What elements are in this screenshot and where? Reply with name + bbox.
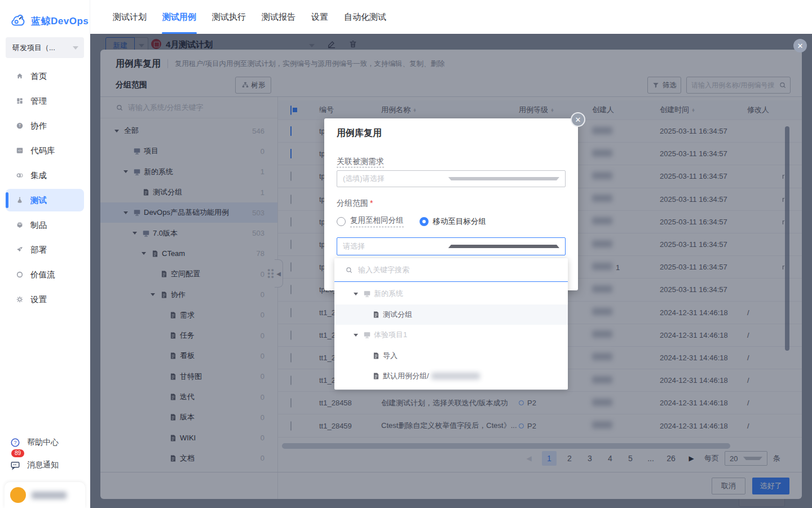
dropdown-node-label: 默认用例分组/ [383, 371, 429, 381]
sidebar-item-label: 协作 [30, 121, 47, 131]
radio-copy-same-group-label: 复用至相同分组 [350, 215, 404, 227]
modal-close-icon[interactable]: ✕ [793, 39, 807, 52]
home-icon [16, 72, 24, 80]
radio-move-target-group[interactable]: 移动至目标分组 [420, 217, 487, 227]
sidebar-item-label: 首页 [30, 71, 47, 82]
project-selector[interactable]: 研发项目（... [6, 37, 84, 58]
sidebar-item-home[interactable]: 首页 [6, 65, 84, 87]
sidebar-item-label: 集成 [30, 170, 47, 181]
linked-requirement-select[interactable]: (选填)请选择 [337, 170, 566, 187]
required-asterisk: * [370, 198, 373, 207]
dropdown-node-label: 体验项目1 [374, 330, 407, 340]
sidebar-item-label: 管理 [30, 96, 47, 107]
value-stream-icon [16, 271, 24, 279]
code-repo-icon: </> [16, 147, 24, 154]
chevron-down-icon [73, 46, 78, 50]
dropdown-node-blurred-suffix [431, 373, 480, 379]
dropdown-tree-node[interactable]: 测试分组 [334, 304, 568, 325]
project-selector-label: 研发项目（... [12, 43, 73, 53]
sidebar-item-artifact[interactable]: 制品 [6, 214, 84, 236]
sidebar: 蓝鲸DevOps 研发项目（... 首页管理T协作</>代码库集成测试制品部署价… [0, 0, 90, 508]
sidebar-item-label: 测试 [30, 195, 47, 206]
notifications-label: 消息通知 [27, 460, 59, 470]
sidebar-item-integrate[interactable]: 集成 [6, 164, 84, 187]
doc [372, 352, 383, 360]
radio-move-target-group-label: 移动至目标分组 [433, 217, 487, 227]
dialog-close-icon[interactable]: ✕ [571, 112, 585, 127]
top-navigation: 测试计划测试用例测试执行测试报告设置自动化测试 [90, 0, 812, 34]
integrate-icon [16, 171, 24, 179]
chevron-down-icon [448, 177, 559, 180]
dropdown-search-input[interactable] [358, 266, 560, 274]
target-group-select[interactable]: 请选择 [337, 237, 566, 255]
sidebar-item-code-repo[interactable]: </>代码库 [6, 139, 84, 162]
notifications-link[interactable]: 89 消息通知 [0, 454, 90, 476]
doc [372, 311, 383, 319]
tree-caret-icon[interactable] [354, 293, 363, 295]
dropdown-tree-node[interactable]: 导入 [334, 346, 568, 366]
sidebar-item-value-stream[interactable]: 价值流 [6, 263, 84, 286]
sidebar-item-manage[interactable]: 管理 [6, 90, 84, 112]
dropdown-search-box [334, 258, 568, 282]
linked-requirement-label: 关联被测需求 [337, 157, 384, 167]
sidebar-item-collab[interactable]: T协作 [6, 114, 84, 137]
radio-icon-checked [420, 217, 429, 226]
group-scope-label: 分组范围* [337, 198, 373, 209]
topnav-tab[interactable]: 测试用例 [155, 0, 204, 34]
sidebar-item-label: 制品 [30, 220, 47, 231]
user-name-blurred [32, 492, 67, 499]
collab-icon: T [16, 122, 24, 130]
dropdown-tree-node[interactable]: 新的系统 [334, 284, 568, 304]
topnav-tab[interactable]: 设置 [303, 0, 336, 34]
sidebar-item-deploy[interactable]: 部署 [6, 238, 84, 261]
target-group-placeholder: 请选择 [343, 241, 448, 251]
test-flask-icon [16, 196, 24, 204]
manage-icon [16, 97, 24, 105]
sidebar-item-label: 设置 [30, 294, 47, 305]
notification-badge: 89 [11, 449, 24, 457]
sidebar-item-label: 代码库 [30, 145, 55, 156]
help-center-label: 帮助中心 [27, 438, 59, 448]
deploy-icon [16, 246, 24, 254]
avatar [10, 487, 26, 503]
topnav-tab[interactable]: 自动化测试 [336, 0, 394, 34]
linked-requirement-placeholder: (选填)请选择 [343, 174, 448, 184]
dropdown-node-label: 新的系统 [374, 289, 403, 299]
dropdown-node-label: 测试分组 [383, 310, 412, 320]
radio-icon [337, 217, 346, 226]
radio-copy-same-group[interactable]: 复用至相同分组 [337, 215, 404, 227]
settings-icon [16, 295, 24, 303]
dropdown-tree-node[interactable]: 体验项目1 [334, 325, 568, 346]
user-card[interactable] [5, 482, 85, 508]
message-icon [10, 460, 20, 470]
system [363, 290, 374, 298]
brand-name: 蓝鲸DevOps [31, 15, 89, 28]
search-icon [345, 266, 353, 274]
svg-text:T: T [19, 123, 21, 127]
group-select-dropdown: 新的系统测试分组体验项目1导入默认用例分组/ [334, 258, 568, 390]
sidebar-item-label: 部署 [30, 245, 47, 255]
topnav-tab[interactable]: 测试计划 [105, 0, 155, 34]
doc [372, 372, 383, 380]
system [363, 331, 374, 339]
tree-caret-icon[interactable] [354, 334, 363, 337]
svg-text:</>: </> [18, 149, 22, 152]
topnav-tab[interactable]: 测试报告 [254, 0, 303, 34]
help-icon: ? [10, 438, 20, 448]
sidebar-item-label: 价值流 [30, 270, 55, 280]
dialog-title: 用例库复用 [324, 118, 578, 139]
chevron-up-icon [448, 245, 559, 248]
sidebar-item-test-flask[interactable]: 测试 [6, 189, 84, 211]
dropdown-tree-node[interactable]: 默认用例分组/ [334, 366, 568, 387]
artifact-icon [16, 221, 24, 229]
svg-text:?: ? [14, 440, 16, 445]
sidebar-item-settings[interactable]: 设置 [6, 288, 84, 311]
whale-logo-icon [10, 14, 27, 28]
brand-logo: 蓝鲸DevOps [0, 0, 90, 33]
topnav-tab[interactable]: 测试执行 [204, 0, 254, 34]
dropdown-node-label: 导入 [383, 351, 398, 361]
